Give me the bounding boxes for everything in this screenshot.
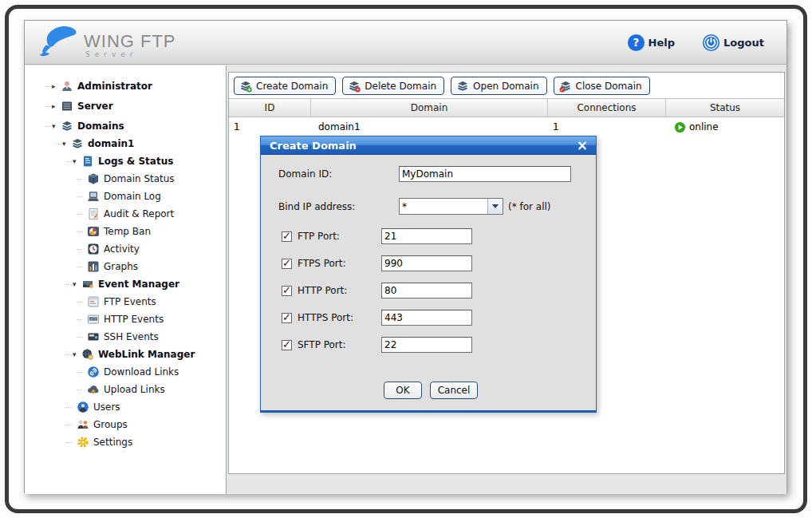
domains-table: IDDomainConnectionsStatus 1domain11onlin… — [229, 98, 784, 137]
chevron-down-icon[interactable] — [487, 199, 503, 214]
weblink-manager-icon — [81, 348, 94, 361]
ftps-port-checkbox[interactable] — [282, 259, 292, 269]
http-events-icon: HTTP — [87, 313, 100, 326]
http-port-input[interactable] — [381, 283, 472, 299]
delete-domain-button[interactable]: Delete Domain — [342, 77, 444, 95]
ssh-events-icon — [87, 330, 100, 343]
expand-arrow-icon[interactable]: ▸ — [52, 102, 61, 110]
sidebar-item-domains[interactable]: ▾Domains — [25, 117, 226, 135]
close-domain-button[interactable]: Close Domain — [554, 77, 650, 95]
sidebar-item-audit-report[interactable]: Audit & Report — [25, 205, 226, 223]
sidebar-item-event-manager[interactable]: ▾Event Manager — [25, 275, 226, 293]
sidebar-item-activity[interactable]: Activity — [25, 240, 226, 258]
column-header-connections[interactable]: Connections — [548, 99, 666, 117]
logout-power-icon — [702, 34, 720, 52]
column-header-id[interactable]: ID — [229, 99, 311, 117]
help-button[interactable]: ? Help — [627, 34, 675, 52]
domain-delete-icon — [348, 80, 361, 93]
expand-arrow-icon[interactable]: ▾ — [73, 157, 81, 165]
https-port-checkbox[interactable] — [282, 313, 292, 323]
logout-button[interactable]: Logout — [702, 34, 764, 52]
sidebar-item-label: WebLink Manager — [98, 349, 195, 360]
svg-text:?: ? — [633, 37, 639, 49]
ftp-port-input[interactable] — [381, 228, 472, 244]
tree-connector — [66, 161, 72, 162]
domains-icon — [61, 120, 73, 132]
expand-arrow-icon[interactable]: ▾ — [73, 280, 81, 288]
tree-connector — [77, 249, 82, 250]
https-port-row: HTTPS Port: — [282, 309, 585, 326]
tree-connector — [77, 337, 82, 338]
sidebar-item-ssh-events[interactable]: SSH Events — [25, 328, 226, 346]
cell-id: 1 — [229, 117, 311, 137]
http-port-checkbox[interactable] — [282, 286, 292, 296]
tree-connector — [66, 442, 72, 443]
users-icon — [77, 401, 89, 413]
ftps-port-input[interactable] — [381, 255, 472, 271]
logout-label: Logout — [723, 37, 764, 49]
expand-arrow-icon[interactable]: ▾ — [73, 350, 81, 358]
domain-open-icon — [456, 80, 469, 93]
logo: WING FTP Server — [25, 23, 176, 61]
domain-icon — [71, 137, 84, 150]
graphs-icon — [87, 260, 100, 273]
sidebar-item-label: Users — [93, 401, 120, 413]
button-label: Create Domain — [256, 81, 328, 92]
sidebar-item-label: Activity — [104, 243, 140, 255]
close-icon[interactable]: × — [577, 139, 588, 152]
sftp-port-checkbox[interactable] — [282, 340, 292, 350]
domain-status-icon — [87, 172, 100, 185]
ftps-port-label: FTPS Port: — [298, 258, 346, 269]
expand-arrow-icon[interactable]: ▸ — [52, 82, 61, 90]
http-port-label: HTTP Port: — [298, 285, 347, 296]
table-row[interactable]: 1domain11online — [229, 117, 784, 137]
https-port-input[interactable] — [381, 310, 472, 326]
sidebar-item-download-links[interactable]: Download Links — [25, 363, 226, 381]
sidebar-item-ftp-events[interactable]: FTP Events — [25, 293, 226, 310]
temp-ban-icon — [87, 225, 100, 238]
sidebar-item-domain-status[interactable]: Domain Status — [25, 170, 226, 188]
sidebar-item-temp-ban[interactable]: Temp Ban — [25, 223, 226, 240]
sidebar-item-label: Domain Log — [104, 191, 161, 202]
ftp-port-checkbox[interactable] — [282, 231, 292, 242]
open-domain-button[interactable]: Open Domain — [451, 77, 546, 95]
sidebar-item-domain-log[interactable]: Domain Log — [25, 188, 226, 205]
domain-close-icon — [559, 80, 572, 93]
svg-text:HTTP: HTTP — [90, 318, 97, 321]
button-label: Open Domain — [473, 81, 538, 92]
sidebar-item-label: Domain Status — [104, 173, 175, 184]
ok-button[interactable]: OK — [384, 382, 422, 399]
tree-connector — [45, 86, 51, 87]
expand-arrow-icon[interactable]: ▾ — [52, 122, 61, 130]
dialog-titlebar[interactable]: Create Domain × — [261, 136, 596, 155]
sidebar-item-groups[interactable]: Groups — [25, 416, 226, 433]
bind-ip-value: * — [400, 201, 487, 212]
cancel-button[interactable]: Cancel — [430, 382, 478, 399]
event-manager-icon — [81, 278, 94, 291]
column-header-status[interactable]: Status — [666, 99, 784, 117]
sidebar-item-http-events[interactable]: HTTPHTTP Events — [25, 310, 226, 328]
sidebar-item-users[interactable]: Users — [25, 398, 226, 416]
sidebar-item-label: Graphs — [104, 261, 138, 272]
sidebar-item-administrator[interactable]: ▸Administrator — [25, 77, 226, 95]
sidebar-item-server[interactable]: ▸Server — [25, 97, 226, 115]
cell-connections: 1 — [548, 117, 666, 137]
create-domain-button[interactable]: Create Domain — [234, 77, 336, 95]
column-header-domain[interactable]: Domain — [311, 99, 548, 117]
sidebar-item-upload-links[interactable]: Upload Links — [25, 381, 226, 398]
sidebar-item-domain1[interactable]: ▾domain1 — [25, 135, 226, 152]
bind-ip-label: Bind IP address: — [278, 201, 355, 212]
ftp-events-icon — [87, 295, 100, 308]
bind-ip-select[interactable]: * — [399, 198, 503, 215]
button-label: Close Domain — [576, 81, 642, 92]
sftp-port-input[interactable] — [381, 337, 472, 353]
domain-id-input[interactable] — [399, 166, 571, 182]
sidebar-item-label: Domains — [77, 121, 124, 132]
sidebar-item-logs-status[interactable]: ▾Logs & Status — [25, 152, 226, 170]
sidebar-item-label: Server — [77, 101, 113, 112]
sidebar-item-label: Event Manager — [98, 279, 179, 290]
sidebar-item-graphs[interactable]: Graphs — [25, 258, 226, 275]
sidebar-item-weblink-manager[interactable]: ▾WebLink Manager — [25, 346, 226, 363]
expand-arrow-icon[interactable]: ▾ — [62, 140, 71, 148]
sidebar-item-settings[interactable]: Settings — [25, 433, 226, 451]
